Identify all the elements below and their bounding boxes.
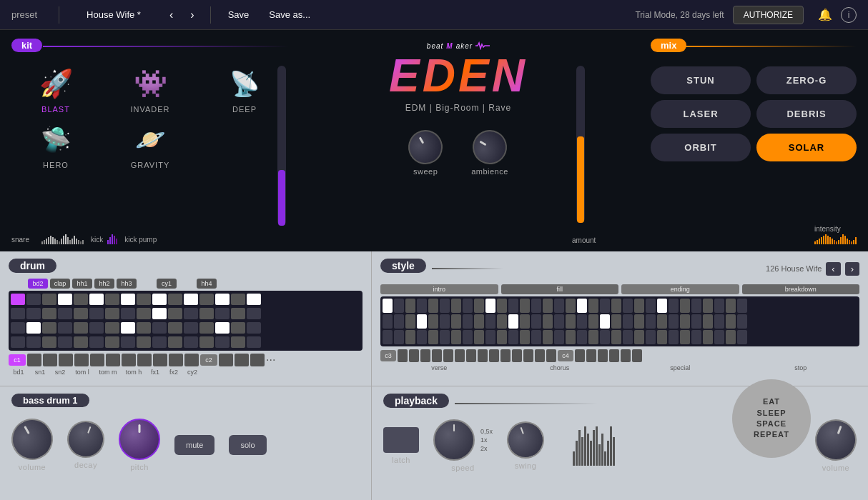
style-cell[interactable] bbox=[463, 314, 473, 329]
ambience-knob[interactable] bbox=[466, 124, 513, 171]
drum-cell[interactable] bbox=[105, 322, 119, 334]
drum-cell[interactable] bbox=[168, 308, 182, 319]
style-cell[interactable] bbox=[634, 314, 644, 329]
style-cell[interactable] bbox=[451, 299, 461, 313]
style-key-black[interactable] bbox=[523, 349, 533, 362]
style-cell[interactable] bbox=[428, 299, 438, 313]
info-icon[interactable]: i bbox=[841, 7, 857, 23]
style-cell[interactable] bbox=[657, 314, 667, 329]
style-cell[interactable] bbox=[646, 330, 656, 344]
style-key-black[interactable] bbox=[443, 349, 453, 362]
style-cell[interactable] bbox=[474, 299, 484, 313]
style-cell[interactable] bbox=[508, 330, 518, 344]
drum-cell[interactable] bbox=[74, 322, 88, 334]
drum-cell[interactable] bbox=[42, 322, 56, 334]
style-cell[interactable] bbox=[440, 299, 450, 313]
drum-cell-lit[interactable] bbox=[215, 294, 230, 305]
next-preset-button[interactable]: › bbox=[186, 7, 198, 23]
style-cell[interactable] bbox=[669, 330, 679, 344]
style-cell[interactable] bbox=[531, 330, 541, 344]
key-black[interactable] bbox=[250, 354, 265, 366]
style-cell[interactable] bbox=[669, 299, 679, 313]
style-cell[interactable] bbox=[520, 299, 530, 313]
track-hh3[interactable]: hh3 bbox=[117, 279, 137, 289]
style-cell[interactable] bbox=[714, 330, 724, 344]
track-bd2[interactable]: bd2 bbox=[28, 279, 48, 289]
style-cell[interactable] bbox=[726, 314, 736, 329]
kit-item-deep[interactable]: 📡 DEEP bbox=[200, 64, 289, 114]
bd-mute-button[interactable]: mute bbox=[174, 435, 214, 455]
save-button[interactable]: Save bbox=[222, 6, 255, 23]
style-cell[interactable] bbox=[428, 330, 438, 344]
drum-cell[interactable] bbox=[74, 336, 88, 348]
drum-cell[interactable] bbox=[74, 308, 88, 319]
key-black[interactable] bbox=[219, 354, 233, 366]
drum-cell[interactable] bbox=[58, 308, 72, 319]
style-cell[interactable] bbox=[680, 314, 690, 329]
style-key-c4[interactable]: c4 bbox=[558, 350, 573, 361]
section-intro[interactable]: intro bbox=[380, 284, 498, 294]
style-cell[interactable] bbox=[726, 330, 736, 344]
style-cell[interactable] bbox=[634, 299, 644, 313]
drum-cell-lit[interactable] bbox=[58, 294, 72, 305]
style-cell[interactable] bbox=[554, 299, 564, 313]
key-black[interactable] bbox=[74, 354, 89, 366]
key-black[interactable] bbox=[43, 354, 57, 366]
drum-cell[interactable] bbox=[42, 336, 56, 348]
style-cell-lit[interactable] bbox=[485, 299, 495, 313]
style-cell[interactable] bbox=[394, 330, 404, 344]
style-cell[interactable] bbox=[577, 330, 587, 344]
kit-vert-slider[interactable] bbox=[277, 66, 286, 226]
authorize-button[interactable]: AUTHORIZE bbox=[733, 6, 804, 24]
style-cell[interactable] bbox=[646, 299, 656, 313]
drum-cell[interactable] bbox=[11, 322, 25, 334]
speed-knob[interactable] bbox=[433, 419, 475, 461]
drum-cell[interactable] bbox=[199, 308, 214, 319]
style-cell[interactable] bbox=[463, 330, 473, 344]
style-cell[interactable] bbox=[588, 314, 598, 329]
style-cell[interactable] bbox=[531, 314, 541, 329]
style-next-button[interactable]: › bbox=[845, 262, 859, 276]
style-cell[interactable] bbox=[520, 330, 530, 344]
kit-item-blast[interactable]: 🚀 BLAST bbox=[11, 64, 100, 114]
key-black[interactable] bbox=[90, 354, 104, 366]
style-key-black[interactable] bbox=[575, 349, 585, 362]
drum-cell[interactable] bbox=[58, 322, 72, 334]
key-c2[interactable]: c2 bbox=[200, 354, 217, 366]
drum-cell[interactable] bbox=[231, 308, 245, 319]
section-ending[interactable]: ending bbox=[621, 284, 739, 294]
style-cell[interactable] bbox=[497, 314, 507, 329]
style-key-black[interactable] bbox=[512, 349, 522, 362]
drum-cell-active[interactable] bbox=[11, 294, 25, 305]
style-cell[interactable] bbox=[394, 314, 404, 329]
style-cell[interactable] bbox=[417, 299, 427, 313]
style-cell[interactable] bbox=[737, 299, 747, 313]
style-cell[interactable] bbox=[508, 299, 518, 313]
style-cell[interactable] bbox=[588, 299, 598, 313]
style-key-black[interactable] bbox=[546, 349, 556, 362]
style-key-black[interactable] bbox=[609, 349, 619, 362]
style-cell-lit[interactable] bbox=[657, 299, 667, 313]
style-cell[interactable] bbox=[737, 330, 747, 344]
style-cell[interactable] bbox=[554, 314, 564, 329]
style-cell[interactable] bbox=[737, 314, 747, 329]
drum-cell[interactable] bbox=[184, 308, 198, 319]
style-key-black[interactable] bbox=[621, 349, 631, 362]
track-clap[interactable]: clap bbox=[50, 279, 70, 289]
style-cell[interactable] bbox=[669, 314, 679, 329]
drum-cell[interactable] bbox=[247, 308, 261, 319]
fx-zerog-button[interactable]: ZERO-G bbox=[756, 66, 857, 94]
style-cell[interactable] bbox=[474, 330, 484, 344]
style-cell[interactable] bbox=[405, 299, 415, 313]
style-cell[interactable] bbox=[405, 314, 415, 329]
fx-orbit-button[interactable]: ORBIT bbox=[651, 134, 751, 161]
drum-cell[interactable] bbox=[42, 308, 56, 319]
style-cell[interactable] bbox=[611, 299, 621, 313]
style-cell[interactable] bbox=[703, 330, 713, 344]
style-cell[interactable] bbox=[611, 314, 621, 329]
style-cell[interactable] bbox=[623, 314, 633, 329]
drum-cell[interactable] bbox=[26, 294, 41, 305]
track-cy1[interactable]: cy1 bbox=[157, 279, 177, 289]
key-black[interactable] bbox=[153, 354, 167, 366]
style-key-black[interactable] bbox=[455, 349, 465, 362]
